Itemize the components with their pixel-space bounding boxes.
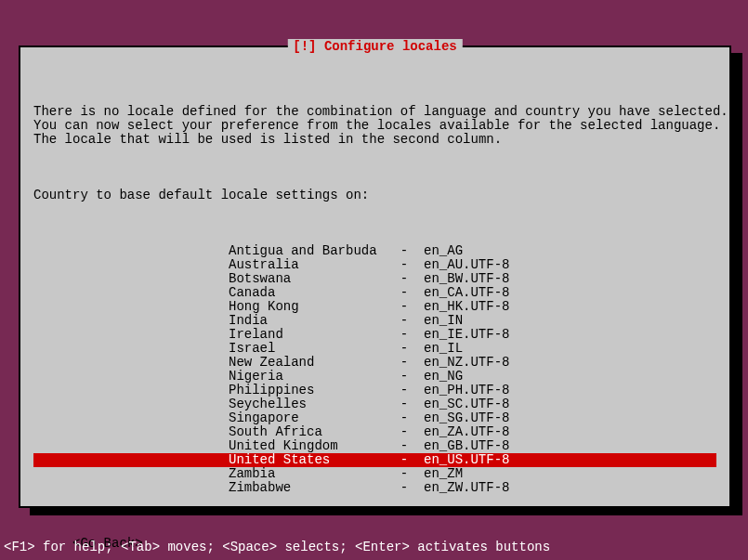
- locale-row[interactable]: Ireland - en_IE.UTF-8: [33, 328, 716, 342]
- locale-row[interactable]: United States - en_US.UTF-8: [33, 453, 716, 467]
- configure-locales-dialog: [!] Configure locales There is no locale…: [19, 46, 731, 508]
- dialog-description: There is no locale defined for the combi…: [33, 105, 716, 147]
- description-line-1: There is no locale defined for the combi…: [33, 104, 728, 119]
- locale-row[interactable]: Israel - en_IL: [33, 342, 716, 356]
- locale-row[interactable]: Singapore - en_SG.UTF-8: [33, 411, 716, 425]
- locale-row[interactable]: Botswana - en_BW.UTF-8: [33, 272, 716, 286]
- locale-row[interactable]: Zimbabwe - en_ZW.UTF-8: [33, 481, 716, 495]
- locale-row[interactable]: United Kingdom - en_GB.UTF-8: [33, 439, 716, 453]
- status-bar: <F1> for help; <Tab> moves; <Space> sele…: [4, 540, 550, 554]
- locale-row[interactable]: South Africa - en_ZA.UTF-8: [33, 425, 716, 439]
- locale-row[interactable]: Canada - en_CA.UTF-8: [33, 286, 716, 300]
- locale-row[interactable]: India - en_IN: [33, 314, 716, 328]
- locale-row[interactable]: Zambia - en_ZM: [33, 467, 716, 481]
- locale-row[interactable]: Antigua and Barbuda - en_AG: [33, 244, 716, 258]
- description-line-2: You can now select your preference from …: [33, 118, 720, 133]
- locale-row[interactable]: Hong Kong - en_HK.UTF-8: [33, 300, 716, 314]
- locale-row[interactable]: Australia - en_AU.UTF-8: [33, 258, 716, 272]
- dialog-title: [!] Configure locales: [287, 39, 462, 54]
- locale-row[interactable]: Seychelles - en_SC.UTF-8: [33, 397, 716, 411]
- locale-row[interactable]: Philippines - en_PH.UTF-8: [33, 384, 716, 397]
- locale-list: Antigua and Barbuda - en_AG Australia - …: [33, 244, 716, 495]
- dialog-prompt: Country to base default locale settings …: [33, 189, 716, 202]
- description-line-3: The locale that will be used is listed i…: [33, 132, 502, 147]
- locale-row[interactable]: Nigeria - en_NG: [33, 370, 716, 384]
- locale-row[interactable]: New Zealand - en_NZ.UTF-8: [33, 356, 716, 370]
- dialog-content: There is no locale defined for the combi…: [20, 47, 729, 560]
